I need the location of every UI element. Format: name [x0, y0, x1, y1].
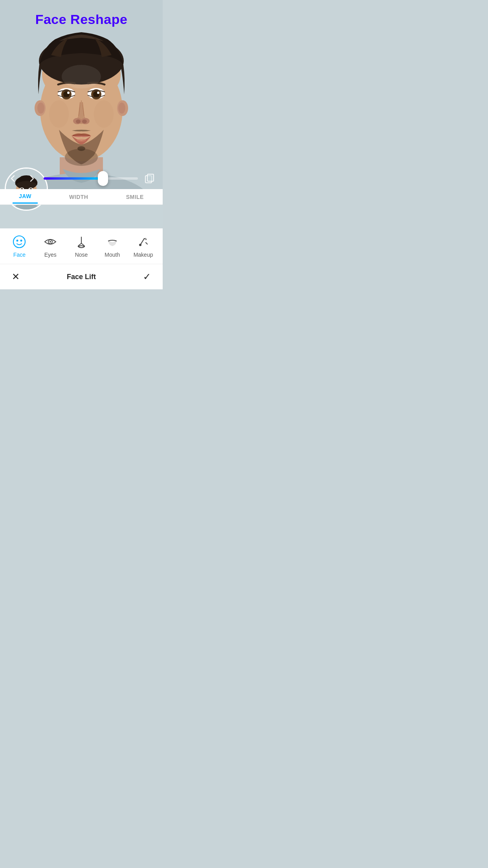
arrow-left-button[interactable] — [6, 171, 20, 186]
svg-point-41 — [17, 240, 18, 242]
tab-width[interactable]: WIDTH — [63, 191, 94, 203]
svg-point-23 — [77, 139, 86, 142]
svg-point-40 — [13, 236, 25, 248]
slider-area — [0, 167, 163, 189]
eye-icon — [43, 234, 58, 249]
svg-point-14 — [67, 92, 70, 94]
nav-item-face[interactable]: Face — [4, 234, 35, 258]
nav-label-nose: Nose — [75, 252, 88, 258]
nav-label-mouth: Mouth — [105, 252, 120, 258]
svg-point-21 — [76, 120, 81, 123]
svg-point-27 — [94, 100, 114, 128]
arrow-right-button[interactable] — [25, 171, 39, 186]
svg-point-42 — [20, 240, 22, 242]
svg-point-44 — [50, 241, 51, 243]
nav-item-makeup[interactable]: + Makeup — [128, 234, 159, 258]
tab-jaw[interactable]: JAW — [13, 190, 38, 204]
page-title: Face Reshape — [35, 12, 128, 27]
svg-rect-39 — [147, 174, 154, 181]
confirm-button[interactable]: ✓ — [143, 271, 151, 282]
nav-item-mouth[interactable]: Mouth — [97, 234, 128, 258]
svg-text:+: + — [145, 237, 147, 241]
svg-point-22 — [82, 120, 87, 123]
nav-item-eyes[interactable]: Eyes — [35, 234, 66, 258]
svg-point-28 — [62, 65, 101, 88]
nav-item-nose[interactable]: Nose — [66, 234, 97, 258]
nav-label-makeup: Makeup — [134, 252, 153, 258]
nose-icon — [74, 234, 89, 249]
title-bar: Face Reshape — [0, 0, 163, 31]
svg-point-25 — [77, 146, 85, 151]
svg-point-24 — [65, 149, 98, 166]
svg-point-8 — [37, 103, 44, 114]
slider-track[interactable] — [44, 177, 138, 180]
copy-button[interactable] — [143, 171, 157, 186]
face-icon — [12, 234, 27, 249]
slider-thumb[interactable] — [98, 171, 108, 186]
svg-point-26 — [49, 100, 69, 128]
mouth-icon — [105, 234, 120, 249]
tab-smile[interactable]: SMILE — [120, 191, 150, 203]
tabs-strip: JAW WIDTH SMILE — [0, 189, 163, 205]
close-button[interactable]: ✕ — [12, 271, 20, 282]
action-title: Face Lift — [67, 273, 96, 281]
app-container: Face Reshape — [0, 0, 163, 289]
svg-point-45 — [139, 244, 141, 246]
nav-label-eyes: Eyes — [44, 252, 57, 258]
makeup-icon: + — [136, 234, 151, 249]
svg-point-10 — [118, 103, 125, 114]
nav-label-face: Face — [13, 252, 26, 258]
action-bar: ✕ Face Lift ✓ — [0, 264, 163, 289]
svg-point-18 — [97, 92, 99, 94]
bottom-nav: Face Eyes Nose — [0, 228, 163, 264]
